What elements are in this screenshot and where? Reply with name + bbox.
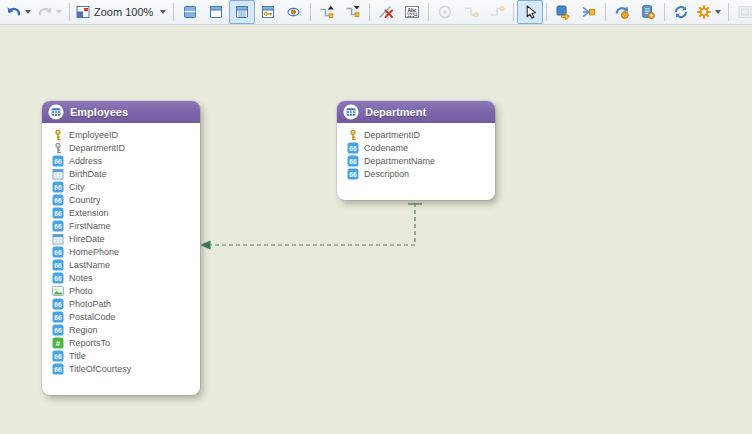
field-row[interactable]: 66FirstName: [52, 219, 194, 232]
route-down-icon: [345, 4, 361, 20]
entity-view-compact-button[interactable]: [177, 0, 203, 24]
field-row[interactable]: 66PostalCode: [52, 310, 194, 323]
field-row[interactable]: BirthDate: [52, 167, 194, 180]
field-row[interactable]: 66Region: [52, 323, 194, 336]
field-row[interactable]: 66DepartmentName: [347, 154, 489, 167]
text-field-icon: 66: [52, 311, 64, 323]
field-row[interactable]: 66LastName: [52, 258, 194, 271]
import-button[interactable]: [609, 0, 635, 24]
svg-text:66: 66: [54, 274, 62, 281]
field-row[interactable]: EmployeeID: [52, 128, 194, 141]
refresh-button[interactable]: [668, 0, 694, 24]
toolbar-separator: [310, 3, 311, 21]
entity-department[interactable]: DepartmentDepartmentID66Codename66Depart…: [337, 101, 495, 200]
entity-title: Department: [365, 106, 426, 118]
text-field-icon: 66: [52, 207, 64, 219]
redo-icon: [37, 4, 53, 20]
text-field-icon: 66: [52, 155, 64, 167]
field-row[interactable]: 66TitleOfCourtesy: [52, 362, 194, 375]
field-name: FirstName: [69, 221, 111, 231]
field-name: Description: [364, 169, 409, 179]
text-field-icon: 66: [347, 142, 359, 154]
entity-attributes-icon: [234, 4, 250, 20]
field-name: HireDate: [69, 234, 105, 244]
key-field-icon: [347, 129, 359, 141]
svg-text:66: 66: [54, 313, 62, 320]
entity-view-keys-button[interactable]: [255, 0, 281, 24]
field-row[interactable]: #ReportsTo: [52, 336, 194, 349]
dropdown-caret-icon: [715, 10, 721, 14]
field-row[interactable]: DepartmentID: [347, 128, 489, 141]
merge-button[interactable]: [576, 0, 602, 24]
entity-header[interactable]: Employees: [42, 101, 200, 123]
field-row[interactable]: 66Country: [52, 193, 194, 206]
field-row[interactable]: 66Title: [52, 349, 194, 362]
text-field-icon: 66: [52, 194, 64, 206]
entity-view-header-button[interactable]: [203, 0, 229, 24]
diagram-canvas[interactable]: EmployeesEmployeeIDDepartmentID66Address…: [0, 26, 752, 434]
entity-view-attributes-button[interactable]: [229, 0, 255, 24]
view-options-button[interactable]: [281, 0, 307, 24]
field-row[interactable]: 66Address: [52, 154, 194, 167]
svg-text:1234: 1234: [407, 13, 418, 18]
connector-style-a-button: [458, 0, 484, 24]
text-field-icon: 66: [52, 298, 64, 310]
zoom-control[interactable]: Zoom 100%: [73, 0, 170, 24]
merge-icon: [581, 4, 597, 20]
route-up-icon: [319, 4, 335, 20]
field-name: City: [69, 182, 85, 192]
field-row[interactable]: DepartmentID: [52, 141, 194, 154]
field-row[interactable]: 66PhotoPath: [52, 297, 194, 310]
svg-text:66: 66: [54, 157, 62, 164]
rename-icon: Abc1234: [404, 4, 420, 20]
field-row[interactable]: Photo: [52, 284, 194, 297]
svg-text:66: 66: [349, 144, 357, 151]
connector-a-icon: [463, 4, 479, 20]
field-row[interactable]: 66Extension: [52, 206, 194, 219]
entity-header[interactable]: Department: [337, 101, 495, 123]
pointer-tool-button[interactable]: [517, 0, 543, 24]
field-name: EmployeeID: [69, 130, 118, 140]
settings-button[interactable]: [694, 0, 725, 24]
field-row[interactable]: 66City: [52, 180, 194, 193]
route-connector-up-button[interactable]: [314, 0, 340, 24]
toolbar-separator: [605, 3, 606, 21]
connector-style-b-button: [484, 0, 510, 24]
undo-button[interactable]: [4, 0, 35, 24]
pointer-icon: [522, 4, 538, 20]
svg-text:66: 66: [54, 261, 62, 268]
field-name: HomePhone: [69, 247, 119, 257]
redo-button: [35, 0, 66, 24]
remove-relation-button[interactable]: [373, 0, 399, 24]
field-row[interactable]: 66Notes: [52, 271, 194, 284]
new-document-button[interactable]: [635, 0, 661, 24]
toolbar-separator: [369, 3, 370, 21]
key-gray-field-icon: [52, 142, 64, 154]
toolbar-separator: [664, 3, 665, 21]
field-name: Country: [69, 195, 101, 205]
field-row[interactable]: 66Codename: [347, 141, 489, 154]
status-circle-icon: [437, 4, 453, 20]
image-field-icon: [52, 285, 64, 297]
field-row[interactable]: 66HomePhone: [52, 245, 194, 258]
rename-button[interactable]: Abc1234: [399, 0, 425, 24]
entity-keys-icon: [260, 4, 276, 20]
add-to-diagram-icon: [555, 4, 571, 20]
field-row[interactable]: HireDate: [52, 232, 194, 245]
field-name: TitleOfCourtesy: [69, 364, 131, 374]
svg-text:66: 66: [54, 326, 62, 333]
entity-employees[interactable]: EmployeesEmployeeIDDepartmentID66Address…: [42, 101, 200, 395]
dropdown-caret-icon: [160, 10, 166, 14]
add-to-diagram-button[interactable]: [550, 0, 576, 24]
toolbar: Zoom 100%Abc1234: [0, 0, 752, 25]
svg-text:66: 66: [349, 157, 357, 164]
field-name: LastName: [69, 260, 110, 270]
new-document-icon: [640, 4, 656, 20]
text-field-icon: 66: [52, 350, 64, 362]
entity-title: Employees: [70, 106, 128, 118]
route-connector-down-button[interactable]: [340, 0, 366, 24]
field-name: BirthDate: [69, 169, 107, 179]
field-row[interactable]: 66Description: [347, 167, 489, 180]
svg-text:66: 66: [54, 196, 62, 203]
overview-window-button: [732, 0, 752, 24]
